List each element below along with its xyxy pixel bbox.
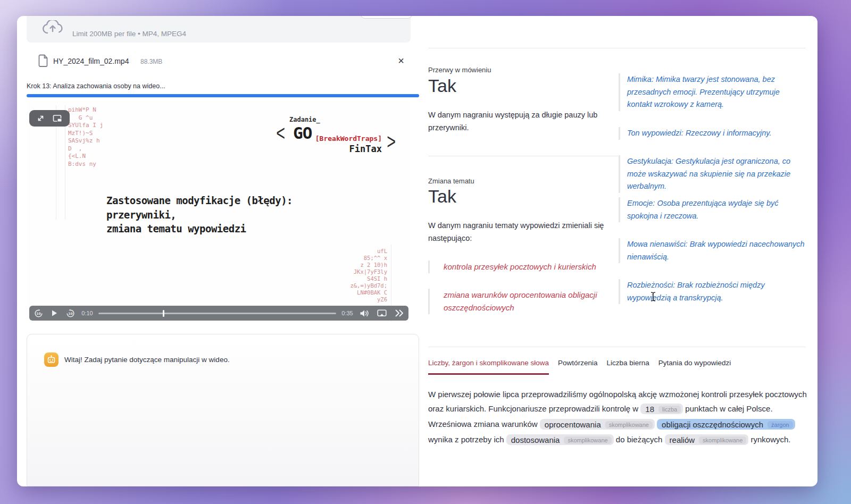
highlight-jargon: obligacji oszczędnościowychżargon	[657, 419, 795, 430]
tab[interactable]: Liczby, żargon i skomplikowane słowa	[428, 359, 549, 375]
video-task-label: Zadanie_	[289, 116, 320, 123]
progress-step-label: Krok 13: Analiza zachowania osoby na wid…	[27, 82, 165, 90]
play-button[interactable]	[47, 306, 61, 321]
observation-quote: Rozbieżności: Brak rozbieżności między w…	[619, 279, 806, 304]
video-glitch-text-right: ufL85;^^ xz 2 10)hJKx|7yF3lyS4SI hz&,=)y…	[350, 248, 387, 303]
svg-text:10: 10	[36, 312, 40, 315]
svg-text:10: 10	[68, 312, 72, 315]
topic-quote: kontrola przesyłek pocztowych i kuriersk…	[428, 261, 604, 273]
upload-cloud-icon	[43, 20, 63, 36]
tab[interactable]: Pytania do wypowiedzi	[658, 359, 731, 375]
assistant-avatar	[44, 352, 59, 367]
video-duration: 0:35	[339, 310, 355, 316]
rewind-10-button[interactable]: 10	[29, 306, 47, 321]
observation-quote: Mowa nienawiści: Brak wypowiedzi nacecho…	[619, 238, 806, 263]
highlight-number: 18liczba	[640, 404, 683, 414]
logo-right-chevron: >	[387, 130, 396, 154]
logo-fintax-text: FinTax	[349, 144, 382, 154]
text-cursor	[650, 291, 656, 302]
app-window: Limit 200MB per file • MP4, MPEG4 Browse…	[17, 16, 817, 486]
browse-files-button[interactable]: Browse files	[361, 16, 412, 19]
highlight-word: 18	[645, 404, 654, 413]
uploaded-file-name: HY_2024_film_02.mp4	[53, 57, 129, 65]
tab[interactable]: Powtórzenia	[558, 359, 597, 375]
highlight-complex: dostosowaniaskomplikowane	[506, 434, 614, 445]
observation-quote: Gestykulacja: Gestykulacja jest ogranicz…	[619, 155, 806, 193]
observation-quote: Ton wypowiedzi: Rzeczowy i informacyjny.	[619, 127, 806, 140]
video-seek-bar[interactable]	[98, 306, 336, 321]
video-control-bar: 10 10 0:10 0:35	[29, 306, 408, 321]
transcript-text: W pierwszej połowie lipca przeprowadzili…	[428, 387, 808, 448]
section-divider	[428, 156, 618, 156]
observation-quote: Mimika: Mimika twarzy jest stonowana, be…	[619, 73, 806, 111]
logo-breakwordtraps-text: [BreakWordTraps]	[315, 135, 382, 142]
topic-change-description: W danym nagraniu tematy wypowiedzi zmien…	[428, 219, 612, 245]
analysis-tabs: Liczby, żargon i skomplikowane słowaPowt…	[428, 359, 731, 375]
upload-limit-hint: Limit 200MB per file • MP4, MPEG4	[72, 30, 186, 38]
highlight-tag: żargon	[767, 421, 793, 429]
progress-bar-fill	[27, 94, 419, 97]
topic-change-metric-value: Tak	[428, 186, 456, 207]
file-document-icon	[38, 54, 48, 67]
highlight-tag: skomplikowane	[564, 436, 611, 444]
cast-button[interactable]	[373, 306, 390, 321]
playback-options-button[interactable]	[390, 306, 408, 321]
section-divider	[428, 347, 806, 347]
tab[interactable]: Liczba bierna	[606, 359, 649, 375]
chat-panel: Witaj! Zadaj pytanie dotyczące manipulac…	[27, 334, 419, 486]
pauses-metric-value: Tak	[428, 75, 456, 96]
highlight-tag: skomplikowane	[605, 421, 653, 429]
highlight-word: oprocentowania	[545, 419, 601, 429]
fullscreen-icon[interactable]	[36, 114, 45, 123]
file-uploader-dropzone[interactable]: Limit 200MB per file • MP4, MPEG4 Browse…	[27, 16, 411, 43]
logo-left-chevron: <	[276, 121, 285, 145]
highlight-word: obligacji oszczędnościowych	[662, 419, 763, 429]
highlight-complex: oprocentowaniaskomplikowane	[540, 419, 655, 430]
video-player[interactable]: pihW*P N G ^uSYUlfa I jMzT!)~SSASvj%z hD…	[27, 101, 411, 322]
highlight-word: dostosowania	[511, 435, 560, 444]
observation-quote: Emocje: Osoba prezentująca wydaje się by…	[619, 197, 806, 222]
video-caption-text: Zastosowane modyfikacje (błędy):przerywn…	[106, 194, 293, 236]
volume-button[interactable]	[355, 306, 373, 321]
pauses-metric-label: Przerwy w mówieniu	[428, 66, 491, 74]
highlight-tag: liczba	[658, 406, 681, 413]
pauses-description: W danym nagraniu występują za długie pau…	[428, 108, 604, 134]
uploaded-file-size: 88.3MB	[140, 58, 162, 65]
highlight-tag: skomplikowane	[699, 436, 746, 444]
assistant-welcome-message: Witaj! Zadaj pytanie dotyczące manipulac…	[64, 356, 230, 364]
forward-10-button[interactable]: 10	[61, 306, 79, 321]
progress-bar	[27, 94, 419, 97]
video-overlay-buttons	[29, 110, 70, 127]
video-seek-handle[interactable]	[163, 310, 164, 317]
picture-in-picture-icon[interactable]	[53, 114, 63, 123]
logo-go-text: GO	[293, 123, 312, 142]
remove-file-button[interactable]: ×	[395, 54, 407, 67]
highlight-complex: realiówskomplikowane	[665, 434, 749, 445]
section-divider	[428, 48, 806, 48]
topic-quote: zmiana warunków oprocentowania obligacji…	[428, 289, 598, 314]
video-current-time: 0:10	[79, 310, 95, 316]
topic-change-metric-label: Zmiana tematu	[428, 177, 474, 185]
robot-icon	[47, 355, 56, 364]
highlight-word: realiów	[670, 435, 695, 444]
video-glitch-text-left: pihW*P N G ^uSYUlfa I jMzT!)~SSASvj%z hD…	[68, 106, 103, 168]
